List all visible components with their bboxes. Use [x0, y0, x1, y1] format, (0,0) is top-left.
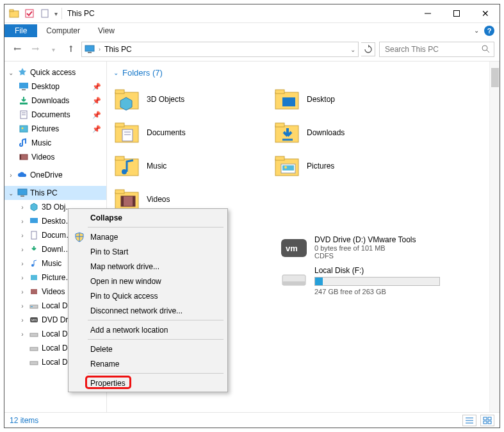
address-dropdown-icon[interactable]: ⌄	[350, 46, 355, 53]
ctx-new-window[interactable]: Open in new window	[70, 274, 226, 288]
ctx-manage[interactable]: Manage	[70, 229, 226, 244]
sidebar-item-music[interactable]: Music	[4, 136, 106, 150]
pin-icon: 📌	[92, 111, 101, 119]
explorer-window: ▾ This PC ✕ File Computer View ⌄ ? 🠔 🠖 ▾…	[4, 4, 500, 428]
ctx-map-drive[interactable]: Map network drive...	[70, 259, 226, 274]
folder-3d-objects[interactable]: 3D Objects	[113, 83, 273, 116]
ctx-add-location[interactable]: Add a network location	[70, 322, 226, 337]
ctx-pin-quick[interactable]: Pin to Quick access	[70, 288, 226, 303]
svg-rect-28	[31, 306, 33, 307]
pin-icon: 📌	[92, 97, 101, 105]
this-pc-icon	[17, 188, 28, 198]
ctx-delete[interactable]: Delete	[70, 342, 226, 356]
view-tab[interactable]: View	[89, 24, 124, 37]
cloud-icon	[17, 170, 28, 180]
ctx-properties[interactable]: Properties	[70, 376, 226, 390]
desktop-icon	[29, 216, 39, 226]
folder-icon	[113, 86, 140, 113]
sidebar-item-this-pc[interactable]: ⌄ This PC	[4, 186, 106, 200]
file-tab[interactable]: File	[4, 24, 37, 37]
qat-new-icon[interactable]	[39, 8, 51, 19]
help-button[interactable]: ?	[484, 26, 494, 36]
drive-icon	[29, 329, 39, 339]
svg-point-24	[31, 264, 34, 267]
sidebar-item-documents[interactable]: Documents📌	[4, 108, 106, 122]
pictures-icon	[29, 272, 39, 283]
svg-rect-31	[30, 333, 38, 336]
chevron-down-icon[interactable]: ⌄	[7, 190, 15, 197]
qat-properties-icon[interactable]	[24, 8, 35, 19]
minimize-button[interactable]	[413, 4, 442, 22]
ctx-pin-start[interactable]: Pin to Start	[70, 244, 226, 259]
ribbon-collapse-icon[interactable]: ⌄	[474, 27, 479, 34]
usage-bar	[314, 277, 440, 286]
search-input[interactable]	[384, 44, 473, 54]
refresh-button[interactable]	[361, 42, 375, 56]
downloads-icon	[19, 96, 29, 106]
svg-point-53	[284, 166, 287, 169]
svg-rect-41	[122, 129, 133, 141]
svg-text:vm: vm	[286, 244, 298, 253]
chevron-down-icon[interactable]: ⌄	[7, 69, 15, 76]
breadcrumb[interactable]: This PC	[104, 45, 132, 54]
ctx-disconnect[interactable]: Disconnect network drive...	[70, 303, 226, 318]
svg-point-17	[22, 128, 24, 129]
details-view-button[interactable]	[462, 415, 476, 426]
svg-rect-12	[20, 103, 28, 104]
sidebar-item-pictures[interactable]: Pictures📌	[4, 122, 106, 136]
qat-folder-icon[interactable]	[8, 8, 20, 19]
star-icon	[17, 67, 28, 78]
svg-text:vm: vm	[31, 318, 37, 322]
pin-icon: 📌	[92, 83, 101, 91]
back-button[interactable]: 🠔	[10, 42, 25, 57]
folder-music[interactable]: Music	[113, 149, 273, 183]
drive-icon	[29, 357, 39, 367]
svg-rect-6	[85, 46, 94, 51]
cube-icon	[29, 202, 39, 212]
ctx-rename[interactable]: Rename	[70, 356, 226, 371]
titlebar: ▾ This PC ✕	[4, 4, 500, 22]
videos-icon	[19, 152, 29, 162]
qat-dropdown-icon[interactable]: ▾	[54, 10, 58, 17]
sidebar-item-downloads[interactable]: Downloads📌	[4, 94, 106, 108]
navbar: 🠔 🠖 ▾ 🠕 › This PC ⌄	[4, 38, 500, 61]
svg-rect-26	[31, 289, 37, 294]
drive-dvd-d[interactable]: vm DVD Drive (D:) VMware Tools 0 bytes f…	[280, 235, 440, 261]
sidebar-item-onedrive[interactable]: › OneDrive	[4, 168, 106, 182]
svg-rect-32	[30, 347, 38, 351]
maximize-button[interactable]	[442, 4, 471, 22]
folder-pictures[interactable]: Pictures	[273, 149, 434, 183]
drive-local-f[interactable]: Local Disk (F:) 247 GB free of 263 GB	[280, 266, 440, 295]
svg-rect-25	[31, 275, 37, 280]
sidebar-item-videos[interactable]: Videos	[4, 150, 106, 164]
folder-desktop[interactable]: Desktop	[273, 83, 434, 116]
up-button[interactable]: 🠕	[63, 42, 79, 57]
svg-line-9	[487, 50, 489, 53]
downloads-icon	[29, 244, 39, 254]
documents-icon	[19, 110, 29, 120]
shield-icon	[74, 231, 85, 243]
quick-access[interactable]: ⌄ Quick access	[4, 65, 106, 79]
sidebar-item-desktop[interactable]: Desktop📌	[4, 79, 106, 94]
folder-documents[interactable]: Documents	[113, 116, 273, 149]
folder-icon	[273, 86, 300, 113]
forward-button[interactable]: 🠖	[28, 42, 43, 57]
drive-icon	[29, 301, 39, 311]
recent-locations-button[interactable]: ▾	[45, 42, 61, 57]
folder-downloads[interactable]: Downloads	[273, 116, 434, 149]
documents-icon	[29, 230, 39, 240]
scrollbar[interactable]	[489, 62, 500, 412]
tiles-view-button[interactable]	[480, 415, 494, 426]
ctx-collapse[interactable]: Collapse	[70, 210, 226, 225]
address-bar[interactable]: › This PC ⌄	[81, 42, 359, 57]
status-bar: 12 items	[4, 412, 500, 428]
music-icon	[19, 138, 29, 148]
folders-header[interactable]: ⌄ Folders (7)	[113, 68, 497, 78]
dvd-icon: vm	[29, 315, 39, 325]
svg-rect-50	[275, 156, 284, 160]
close-button[interactable]: ✕	[471, 4, 500, 22]
svg-rect-52	[282, 165, 294, 170]
chevron-right-icon[interactable]: ›	[7, 172, 15, 179]
search-box[interactable]	[379, 42, 494, 57]
computer-tab[interactable]: Computer	[37, 24, 89, 37]
